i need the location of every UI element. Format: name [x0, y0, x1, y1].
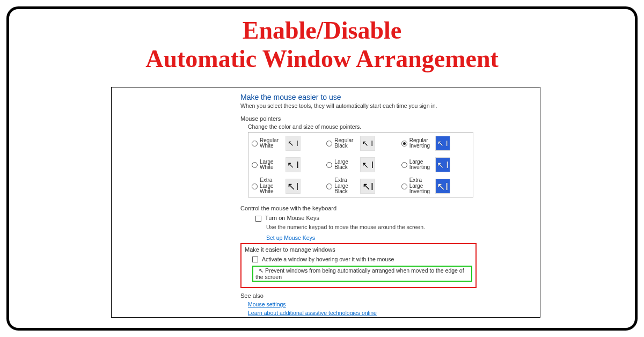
cursor-swatch: ↖ I — [360, 157, 375, 172]
cursor-arrow-icon: ↖ I — [437, 139, 448, 148]
section-manage-windows: Make it easier to manage windows — [245, 246, 472, 253]
radio-label: Large Black — [334, 159, 358, 171]
checkbox-icon — [255, 216, 261, 222]
panel-subtitle: When you select these tools, they will a… — [240, 102, 540, 109]
radio-icon — [252, 162, 258, 168]
cursor-arrow-icon: ↖ I — [288, 139, 298, 148]
checkbox-icon — [252, 257, 258, 262]
headline: Enable/Disable Automatic Window Arrangem… — [9, 17, 635, 74]
cursor-arrow-icon: ↖I — [287, 180, 298, 193]
activate-hover-checkbox-row[interactable]: Activate a window by hovering over it wi… — [252, 256, 472, 263]
setup-mouse-keys-link[interactable]: Set up Mouse Keys — [266, 235, 315, 241]
radio-large-inverting[interactable]: Large Inverting ↖ I — [398, 154, 473, 175]
radio-large-white[interactable]: Large White ↖ I — [248, 154, 323, 175]
radio-label: Regular Black — [334, 138, 358, 149]
radio-label: Extra Large Black — [334, 178, 358, 195]
radio-label: Large White — [260, 159, 283, 171]
pointer-row: Regular White ↖ I Regular Black ↖ I Regu… — [248, 133, 473, 154]
ease-of-access-panel: Make the mouse easier to use When you se… — [111, 87, 540, 318]
radio-label: Regular Inverting — [409, 138, 433, 149]
section-keyboard: Control the mouse with the keyboard — [240, 205, 540, 211]
radio-xlarge-black[interactable]: Extra Large Black ↖I — [323, 175, 398, 197]
cursor-arrow-icon: ↖I — [437, 180, 448, 193]
section-keyboard-label: Control the mouse with the keyboard — [240, 205, 336, 211]
radio-regular-white[interactable]: Regular White ↖ I — [248, 133, 323, 154]
pointers-caption: Change the color and size of mouse point… — [248, 123, 540, 130]
mouse-cursor-icon: ↖ — [259, 267, 264, 274]
mousekeys-desc: Use the numeric keypad to move the mouse… — [266, 224, 540, 230]
prevent-arrange-highlight[interactable]: ↖ Prevent windows from being automatical… — [252, 266, 472, 282]
mousekeys-checkbox-row[interactable]: Turn on Mouse Keys — [255, 215, 540, 222]
radio-xlarge-inverting[interactable]: Extra Large Inverting ↖I — [398, 175, 473, 197]
radio-large-black[interactable]: Large Black ↖ I — [323, 154, 398, 175]
radio-xlarge-white[interactable]: Extra Large White ↖I — [248, 175, 323, 197]
cursor-arrow-icon: ↖ I — [362, 160, 374, 170]
radio-label: Extra Large Inverting — [409, 178, 433, 195]
mouse-settings-link[interactable]: Mouse settings — [248, 301, 286, 307]
see-also-label: See also — [240, 292, 540, 299]
radio-regular-black[interactable]: Regular Black ↖ I — [323, 133, 398, 154]
main-frame: Enable/Disable Automatic Window Arrangem… — [6, 6, 638, 331]
cursor-arrow-icon: ↖ I — [362, 139, 373, 148]
mousekeys-label: Turn on Mouse Keys — [265, 215, 319, 221]
radio-icon — [326, 162, 332, 168]
pointer-row: Extra Large White ↖I Extra Large Black ↖… — [248, 175, 473, 197]
activate-hover-label: Activate a window by hovering over it wi… — [262, 256, 394, 262]
pointer-grid: Regular White ↖ I Regular Black ↖ I Regu… — [248, 132, 473, 197]
cursor-swatch: ↖I — [286, 179, 301, 194]
cursor-arrow-icon: ↖ I — [287, 160, 299, 170]
radio-icon — [252, 141, 258, 146]
cursor-swatch: ↖I — [435, 179, 450, 194]
pointer-row: Large White ↖ I Large Black ↖ I Large In… — [248, 154, 473, 175]
radio-icon — [252, 184, 258, 189]
cursor-arrow-icon: ↖ I — [437, 160, 449, 170]
cursor-swatch: ↖ I — [435, 157, 450, 172]
radio-label: Extra Large White — [260, 178, 283, 195]
radio-icon — [326, 141, 332, 146]
manage-windows-highlight: Make it easier to manage windows Activat… — [240, 243, 477, 289]
cursor-arrow-icon: ↖I — [362, 180, 374, 193]
radio-label: Large Inverting — [409, 159, 433, 171]
headline-line1: Enable/Disable — [9, 17, 635, 45]
radio-icon — [326, 184, 332, 189]
radio-regular-inverting[interactable]: Regular Inverting ↖ I — [398, 133, 473, 154]
radio-label: Regular White — [260, 138, 283, 149]
cursor-swatch: ↖ I — [435, 136, 450, 151]
cursor-swatch: ↖ I — [286, 136, 301, 151]
section-mouse-pointers: Mouse pointers — [240, 115, 540, 122]
prevent-arrange-label: Prevent windows from being automatically… — [255, 267, 464, 280]
cursor-swatch: ↖ I — [360, 136, 375, 151]
headline-line2: Automatic Window Arrangement — [9, 45, 635, 74]
cursor-swatch: ↖ I — [286, 157, 301, 172]
radio-icon — [401, 141, 407, 146]
panel-title: Make the mouse easier to use — [240, 93, 540, 101]
cursor-swatch: ↖I — [360, 179, 375, 194]
radio-icon — [401, 184, 407, 189]
assistive-tech-link[interactable]: Learn about additional assistive technol… — [248, 310, 377, 316]
radio-icon — [401, 162, 407, 168]
